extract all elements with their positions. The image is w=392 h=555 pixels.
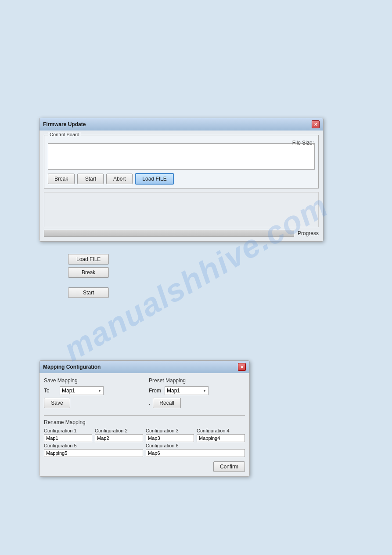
save-to-value: Map1 (62, 388, 75, 394)
rename-mapping-label: Rename Mapping (44, 419, 245, 425)
save-to-arrow-icon: ▼ (98, 389, 101, 393)
info-area (44, 192, 319, 227)
abort-button[interactable]: Abort (106, 174, 133, 184)
config-label-6: Configuration 6 (146, 443, 245, 448)
save-button-row: Save (44, 398, 140, 408)
control-board-text-area (48, 143, 315, 170)
from-row: From Map1 ▼ (149, 386, 245, 395)
confirm-row: Confirm (44, 461, 245, 472)
config-col-1: Configuration 1 (44, 428, 92, 442)
divider (44, 415, 245, 416)
from-value: Map1 (167, 388, 180, 394)
confirm-button[interactable]: Confirm (213, 461, 245, 472)
control-board-inner: Break Start Abort Load FILE (48, 143, 315, 185)
firmware-close-button[interactable]: ✕ (312, 120, 320, 128)
firmware-title: Firmware Update (43, 121, 86, 127)
mapping-top-row: Save Mapping To Map1 ▼ Save Preset Mappi… (44, 377, 245, 411)
mapping-titlebar: Mapping Configuration ✕ (40, 361, 249, 373)
progress-bar (44, 230, 294, 236)
from-select[interactable]: Map1 ▼ (165, 386, 209, 395)
config-input-4[interactable] (197, 434, 245, 442)
save-button[interactable]: Save (44, 398, 70, 408)
save-to-select[interactable]: Map1 ▼ (60, 386, 104, 395)
to-label: To (44, 388, 57, 394)
rename-grid-top: Configuration 1 Configuration 2 Configur… (44, 428, 245, 442)
break-button[interactable]: Break (48, 174, 75, 184)
standalone-break-button[interactable]: Break (68, 267, 109, 278)
config-label-4: Configuration 4 (197, 428, 245, 433)
mapping-title: Mapping Configuration (43, 364, 101, 370)
control-board-group: Control Board File Size: Break Start Abo… (44, 135, 319, 189)
dot-label: . (149, 400, 150, 406)
config-input-5[interactable] (44, 449, 143, 457)
recall-button[interactable]: Recall (153, 398, 180, 408)
firmware-titlebar: Firmware Update ✕ (40, 118, 323, 131)
config-label-5: Configuration 5 (44, 443, 143, 448)
progress-bar-container (44, 230, 294, 237)
firmware-dialog: Firmware Update ✕ Control Board File Siz… (39, 118, 324, 242)
config-input-1[interactable] (44, 434, 92, 442)
mapping-content: Save Mapping To Map1 ▼ Save Preset Mappi… (40, 373, 249, 476)
save-mapping-section: Save Mapping To Map1 ▼ Save (44, 377, 140, 411)
standalone-load-file-button[interactable]: Load FILE (68, 254, 109, 265)
from-arrow-icon: ▼ (203, 389, 206, 393)
config-input-2[interactable] (95, 434, 143, 442)
config-col-5: Configuration 5 (44, 443, 143, 457)
rename-mapping-section: Rename Mapping Configuration 1 Configura… (44, 419, 245, 457)
config-input-6[interactable] (146, 449, 245, 457)
firmware-content: Control Board File Size: Break Start Abo… (40, 131, 323, 241)
config-label-2: Configuration 2 (95, 428, 143, 433)
start-button[interactable]: Start (77, 174, 104, 184)
standalone-buttons-area: Load FILE Break Start (68, 254, 109, 298)
load-file-button[interactable]: Load FILE (135, 173, 173, 185)
button-row: Break Start Abort Load FILE (48, 173, 315, 185)
preset-mapping-section: Preset Mapping From Map1 ▼ . Recall (149, 377, 245, 411)
from-label: From (149, 388, 162, 394)
config-label-3: Configuration 3 (146, 428, 194, 433)
control-board-label: Control Board (48, 132, 81, 137)
config-col-3: Configuration 3 (146, 428, 194, 442)
standalone-start-button[interactable]: Start (68, 287, 109, 298)
mapping-dialog: Mapping Configuration ✕ Save Mapping To … (39, 360, 250, 477)
config-col-6: Configuration 6 (146, 443, 245, 457)
mapping-close-button[interactable]: ✕ (238, 363, 246, 371)
progress-label: Progress (298, 230, 319, 236)
config-label-1: Configuration 1 (44, 428, 92, 433)
config-col-4: Configuration 4 (197, 428, 245, 442)
config-input-3[interactable] (146, 434, 194, 442)
rename-grid-bottom: Configuration 5 Configuration 6 (44, 443, 245, 457)
save-mapping-label: Save Mapping (44, 377, 140, 384)
file-size-label: File Size: (292, 140, 314, 146)
save-to-row: To Map1 ▼ (44, 386, 140, 395)
config-col-2: Configuration 2 (95, 428, 143, 442)
progress-row: Progress (44, 230, 319, 237)
preset-mapping-label: Preset Mapping (149, 377, 245, 384)
recall-button-row: . Recall (149, 398, 245, 408)
